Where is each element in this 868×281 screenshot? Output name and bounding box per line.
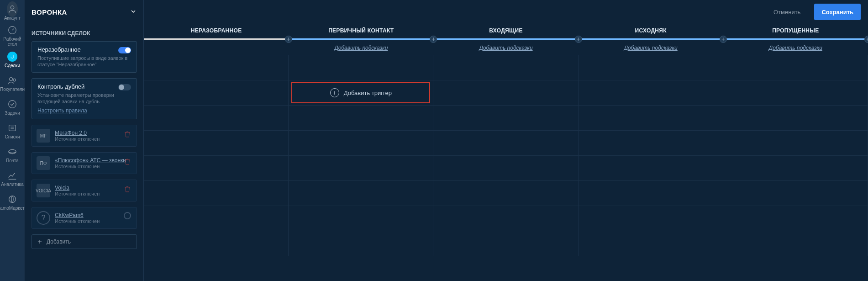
delete-source-button[interactable] <box>123 157 133 167</box>
dupes-card: Контроль дублей Установите параметры про… <box>32 78 137 119</box>
add-stage-button[interactable]: + <box>720 36 727 43</box>
unsorted-card: Неразобранное Поступившие запросы в виде… <box>32 41 137 73</box>
source-status: Источник отключен <box>55 136 100 142</box>
pipeline-cell[interactable] <box>579 80 723 105</box>
pipeline-selector[interactable]: ВОРОНКА <box>32 0 137 24</box>
source-name[interactable]: Voicia <box>55 185 100 191</box>
side-panel: ВОРОНКА ИСТОЧНИКИ СДЕЛОК Неразобранное П… <box>25 0 144 281</box>
add-hints-link[interactable]: Добавить подсказки <box>769 45 822 51</box>
pipeline-cell[interactable] <box>433 130 578 155</box>
pipeline-cell[interactable] <box>723 55 868 80</box>
pipeline-cell[interactable] <box>579 231 723 256</box>
sources-section-title: ИСТОЧНИКИ СДЕЛОК <box>32 24 137 41</box>
cancel-button[interactable]: Отменить <box>766 4 808 20</box>
delete-source-button[interactable] <box>123 130 133 140</box>
pipeline-cell[interactable] <box>144 105 289 130</box>
nav-label: Задачи <box>5 111 20 116</box>
pipeline-cell[interactable] <box>144 130 289 155</box>
unsorted-toggle[interactable] <box>118 47 131 53</box>
save-button[interactable]: Сохранить <box>814 4 861 20</box>
pipeline-cell[interactable] <box>289 231 433 256</box>
pipeline-cell[interactable] <box>433 180 578 206</box>
add-stage-button[interactable]: + <box>575 36 582 43</box>
pipeline-cell[interactable] <box>144 80 289 105</box>
add-source-button[interactable]: Добавить <box>32 234 137 249</box>
add-trigger-button[interactable]: +Добавить триггер <box>291 82 430 103</box>
pipeline-cell[interactable] <box>289 105 433 130</box>
source-row[interactable]: ПФ«Плюсофон» АТС — звонкиИсточник отключ… <box>32 152 137 174</box>
nav-lists[interactable]: Списки <box>0 119 25 143</box>
nav-account[interactable]: Аккаунт <box>0 0 25 24</box>
dupes-desc: Установите параметры проверки входящей з… <box>37 92 131 105</box>
dupes-toggle[interactable] <box>118 84 131 90</box>
pipeline-cell[interactable] <box>579 55 723 80</box>
pipeline-cell[interactable] <box>579 155 723 180</box>
stage-header[interactable]: ИСХОДНЯК+ <box>579 24 723 37</box>
stage-header[interactable]: НЕРАЗОБРАННОЕ <box>144 24 289 37</box>
nav-market[interactable]: amoМаркет <box>0 190 25 214</box>
delete-source-button[interactable] <box>123 185 133 195</box>
pipeline-cell[interactable] <box>433 155 578 180</box>
pipeline-cell[interactable] <box>579 206 723 231</box>
pipeline-cell[interactable] <box>723 231 868 256</box>
pipeline-cell[interactable] <box>723 180 868 206</box>
pipeline-cell[interactable] <box>144 55 289 80</box>
nav-market-icon <box>7 194 18 205</box>
nav-dashboard[interactable]: Рабочийстол <box>0 24 25 48</box>
pipeline-cell[interactable] <box>579 180 723 206</box>
nav-buyers[interactable]: Покупатели <box>0 71 25 95</box>
source-radio[interactable] <box>124 212 131 219</box>
add-hints-link[interactable]: Добавить подсказки <box>334 45 388 51</box>
top-bar: Отменить Сохранить <box>144 0 868 24</box>
pipeline-cell[interactable] <box>433 80 578 105</box>
nav-rail: АккаунтРабочийстолСделкиПокупателиЗадачи… <box>0 0 25 281</box>
nav-mail[interactable]: Почта <box>0 143 25 166</box>
source-name[interactable]: CkKwPam6 <box>55 212 100 218</box>
add-hints-link[interactable]: Добавить подсказки <box>479 45 532 51</box>
stage-header[interactable]: ВХОДЯЩИЕ+ <box>433 24 578 37</box>
pipeline-column: +Добавить триггер <box>289 55 433 256</box>
stage-header[interactable]: ПРОПУЩЕННЫЕ++ <box>723 24 868 37</box>
nav-tasks[interactable]: Задачи <box>0 95 25 119</box>
source-row[interactable]: VOICIAVoiciaИсточник отключен <box>32 180 137 201</box>
hint-cell: Добавить подсказки <box>723 41 868 55</box>
pipeline-cell[interactable] <box>433 105 578 130</box>
nav-account-icon <box>7 4 18 15</box>
stage-label: ПЕРВИЧНЫЙ КОНТАКТ <box>328 27 394 34</box>
pipeline-cell[interactable] <box>289 206 433 231</box>
unsorted-title: Неразобранное <box>37 46 131 53</box>
stage-header[interactable]: ПЕРВИЧНЫЙ КОНТАКТ+ <box>289 24 433 37</box>
pipeline-cell[interactable] <box>289 180 433 206</box>
pipeline-cell[interactable] <box>579 105 723 130</box>
nav-dashboard-icon <box>7 25 18 36</box>
source-row[interactable]: MFМегаФон 2.0Источник отключен <box>32 125 137 147</box>
pipeline-cell[interactable] <box>289 155 433 180</box>
pipeline-cell[interactable] <box>723 105 868 130</box>
pipeline-cell[interactable] <box>723 80 868 105</box>
pipeline-cell[interactable] <box>144 155 289 180</box>
pipeline-cell[interactable] <box>144 206 289 231</box>
dupes-settings-link[interactable]: Настроить правила <box>37 107 87 114</box>
svg-rect-5 <box>9 125 16 131</box>
pipeline-cell[interactable] <box>723 130 868 155</box>
pipeline-cell[interactable] <box>723 206 868 231</box>
source-status: Источник отключен <box>55 218 100 224</box>
pipeline-cell[interactable] <box>433 231 578 256</box>
pipeline-cell[interactable] <box>723 155 868 180</box>
nav-analytics[interactable]: Аналитика <box>0 166 25 190</box>
pipeline-cell[interactable] <box>433 55 578 80</box>
pipeline-cell[interactable] <box>579 130 723 155</box>
stage-label: НЕРАЗОБРАННОЕ <box>191 27 242 34</box>
nav-mail-icon <box>7 146 18 157</box>
pipeline-cell[interactable] <box>433 206 578 231</box>
pipeline-cell[interactable] <box>289 130 433 155</box>
pipeline-cell[interactable] <box>144 231 289 256</box>
source-name[interactable]: «Плюсофон» АТС — звонки <box>55 157 126 164</box>
source-row[interactable]: ?CkKwPam6Источник отключен <box>32 207 137 229</box>
pipeline-cell[interactable]: +Добавить триггер <box>289 80 433 105</box>
nav-deals[interactable]: Сделки <box>0 48 25 71</box>
pipeline-cell[interactable] <box>144 180 289 206</box>
pipeline-cell[interactable] <box>289 55 433 80</box>
source-name[interactable]: МегаФон 2.0 <box>55 130 100 136</box>
add-hints-link[interactable]: Добавить подсказки <box>624 45 678 51</box>
